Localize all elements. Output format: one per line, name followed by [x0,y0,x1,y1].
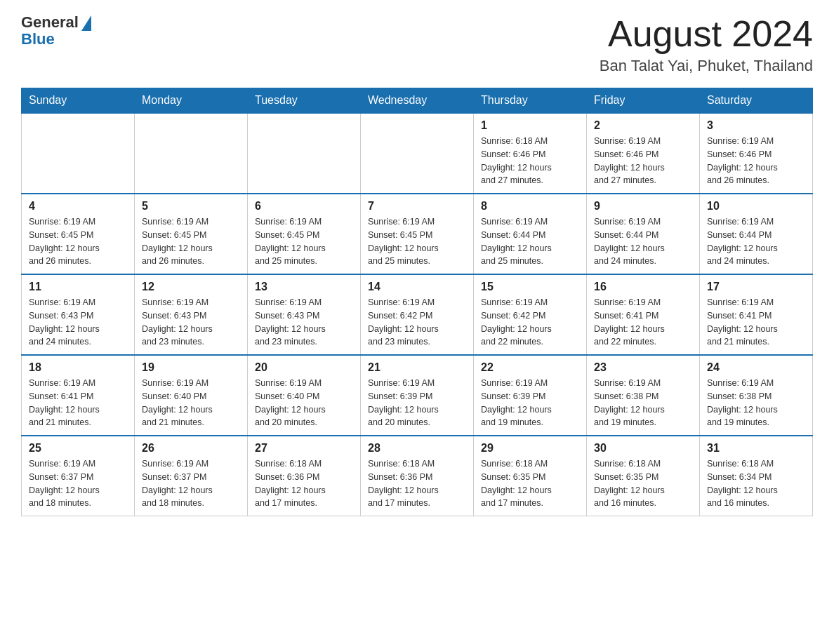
day-info: Sunrise: 6:18 AMSunset: 6:35 PMDaylight:… [594,457,692,510]
day-info: Sunrise: 6:19 AMSunset: 6:40 PMDaylight:… [255,377,353,429]
day-info: Sunrise: 6:18 AMSunset: 6:34 PMDaylight:… [707,457,805,510]
day-info: Sunrise: 6:18 AMSunset: 6:36 PMDaylight:… [368,457,466,510]
calendar-cell: 14Sunrise: 6:19 AMSunset: 6:42 PMDayligh… [361,274,474,355]
day-number: 14 [368,281,466,293]
day-info: Sunrise: 6:19 AMSunset: 6:41 PMDaylight:… [594,296,692,349]
day-number: 30 [594,442,692,455]
day-info: Sunrise: 6:19 AMSunset: 6:37 PMDaylight:… [29,457,127,510]
calendar-cell: 11Sunrise: 6:19 AMSunset: 6:43 PMDayligh… [22,274,135,355]
day-info: Sunrise: 6:19 AMSunset: 6:44 PMDaylight:… [707,215,805,268]
day-number: 11 [29,281,127,293]
day-info: Sunrise: 6:19 AMSunset: 6:42 PMDaylight:… [368,296,466,349]
day-info: Sunrise: 6:19 AMSunset: 6:39 PMDaylight:… [368,377,466,429]
day-info: Sunrise: 6:19 AMSunset: 6:43 PMDaylight:… [255,296,353,349]
day-info: Sunrise: 6:19 AMSunset: 6:45 PMDaylight:… [142,215,240,268]
calendar-cell: 16Sunrise: 6:19 AMSunset: 6:41 PMDayligh… [587,274,700,355]
day-number: 29 [481,442,579,455]
calendar-cell: 15Sunrise: 6:19 AMSunset: 6:42 PMDayligh… [474,274,587,355]
day-number: 25 [29,442,127,455]
calendar-cell: 19Sunrise: 6:19 AMSunset: 6:40 PMDayligh… [135,355,248,436]
calendar-cell [135,113,248,194]
column-header-wednesday: Wednesday [361,88,474,114]
calendar-cell: 17Sunrise: 6:19 AMSunset: 6:41 PMDayligh… [700,274,813,355]
day-info: Sunrise: 6:19 AMSunset: 6:37 PMDaylight:… [142,457,240,510]
day-number: 23 [594,361,692,374]
week-row-5: 25Sunrise: 6:19 AMSunset: 6:37 PMDayligh… [22,436,813,516]
day-info: Sunrise: 6:19 AMSunset: 6:46 PMDaylight:… [594,135,692,187]
day-number: 19 [142,361,240,374]
column-header-thursday: Thursday [474,88,587,114]
calendar-cell: 5Sunrise: 6:19 AMSunset: 6:45 PMDaylight… [135,194,248,274]
day-info: Sunrise: 6:19 AMSunset: 6:45 PMDaylight:… [255,215,353,268]
day-number: 1 [481,119,579,132]
calendar-cell: 27Sunrise: 6:18 AMSunset: 6:36 PMDayligh… [248,436,361,516]
day-number: 5 [142,200,240,213]
day-info: Sunrise: 6:19 AMSunset: 6:41 PMDaylight:… [707,296,805,349]
day-number: 15 [481,281,579,293]
day-info: Sunrise: 6:19 AMSunset: 6:41 PMDaylight:… [29,377,127,429]
calendar-cell: 23Sunrise: 6:19 AMSunset: 6:38 PMDayligh… [587,355,700,436]
column-header-saturday: Saturday [700,88,813,114]
calendar-cell: 7Sunrise: 6:19 AMSunset: 6:45 PMDaylight… [361,194,474,274]
day-number: 21 [368,361,466,374]
title-area: August 2024 Ban Talat Yai, Phuket, Thail… [600,14,813,75]
week-row-4: 18Sunrise: 6:19 AMSunset: 6:41 PMDayligh… [22,355,813,436]
location-title: Ban Talat Yai, Phuket, Thailand [600,57,813,75]
calendar-table: SundayMondayTuesdayWednesdayThursdayFrid… [21,88,813,516]
day-number: 26 [142,442,240,455]
day-info: Sunrise: 6:19 AMSunset: 6:38 PMDaylight:… [594,377,692,429]
day-info: Sunrise: 6:19 AMSunset: 6:44 PMDaylight:… [594,215,692,268]
day-number: 9 [594,200,692,213]
calendar-cell: 8Sunrise: 6:19 AMSunset: 6:44 PMDaylight… [474,194,587,274]
day-number: 3 [707,119,805,132]
calendar-cell: 28Sunrise: 6:18 AMSunset: 6:36 PMDayligh… [361,436,474,516]
day-number: 16 [594,281,692,293]
calendar-cell: 31Sunrise: 6:18 AMSunset: 6:34 PMDayligh… [700,436,813,516]
calendar-cell: 2Sunrise: 6:19 AMSunset: 6:46 PMDaylight… [587,113,700,194]
day-info: Sunrise: 6:19 AMSunset: 6:38 PMDaylight:… [707,377,805,429]
day-info: Sunrise: 6:19 AMSunset: 6:43 PMDaylight:… [142,296,240,349]
day-number: 24 [707,361,805,374]
calendar-cell: 4Sunrise: 6:19 AMSunset: 6:45 PMDaylight… [22,194,135,274]
day-info: Sunrise: 6:19 AMSunset: 6:42 PMDaylight:… [481,296,579,349]
calendar-cell: 22Sunrise: 6:19 AMSunset: 6:39 PMDayligh… [474,355,587,436]
calendar-cell: 9Sunrise: 6:19 AMSunset: 6:44 PMDaylight… [587,194,700,274]
day-number: 10 [707,200,805,213]
calendar-cell [248,113,361,194]
month-title: August 2024 [600,14,813,54]
day-number: 20 [255,361,353,374]
calendar-cell: 30Sunrise: 6:18 AMSunset: 6:35 PMDayligh… [587,436,700,516]
calendar-cell: 24Sunrise: 6:19 AMSunset: 6:38 PMDayligh… [700,355,813,436]
day-info: Sunrise: 6:19 AMSunset: 6:39 PMDaylight:… [481,377,579,429]
day-number: 8 [481,200,579,213]
calendar-cell: 26Sunrise: 6:19 AMSunset: 6:37 PMDayligh… [135,436,248,516]
calendar-cell: 6Sunrise: 6:19 AMSunset: 6:45 PMDaylight… [248,194,361,274]
day-number: 18 [29,361,127,374]
logo-triangle-icon [81,15,91,31]
calendar-cell [361,113,474,194]
calendar-cell: 29Sunrise: 6:18 AMSunset: 6:35 PMDayligh… [474,436,587,516]
day-info: Sunrise: 6:19 AMSunset: 6:45 PMDaylight:… [29,215,127,268]
calendar-cell: 10Sunrise: 6:19 AMSunset: 6:44 PMDayligh… [700,194,813,274]
calendar-cell: 21Sunrise: 6:19 AMSunset: 6:39 PMDayligh… [361,355,474,436]
column-header-monday: Monday [135,88,248,114]
day-number: 22 [481,361,579,374]
day-number: 4 [29,200,127,213]
day-info: Sunrise: 6:19 AMSunset: 6:40 PMDaylight:… [142,377,240,429]
logo-general: General [21,14,79,31]
day-info: Sunrise: 6:19 AMSunset: 6:46 PMDaylight:… [707,135,805,187]
page-header: General Blue August 2024 Ban Talat Yai, … [21,14,813,75]
day-info: Sunrise: 6:18 AMSunset: 6:36 PMDaylight:… [255,457,353,510]
calendar-cell: 1Sunrise: 6:18 AMSunset: 6:46 PMDaylight… [474,113,587,194]
week-row-2: 4Sunrise: 6:19 AMSunset: 6:45 PMDaylight… [22,194,813,274]
day-info: Sunrise: 6:19 AMSunset: 6:45 PMDaylight:… [368,215,466,268]
calendar-cell: 3Sunrise: 6:19 AMSunset: 6:46 PMDaylight… [700,113,813,194]
column-header-friday: Friday [587,88,700,114]
day-number: 7 [368,200,466,213]
day-number: 13 [255,281,353,293]
logo-blue: Blue [21,31,55,48]
calendar-cell: 18Sunrise: 6:19 AMSunset: 6:41 PMDayligh… [22,355,135,436]
day-number: 27 [255,442,353,455]
day-info: Sunrise: 6:18 AMSunset: 6:35 PMDaylight:… [481,457,579,510]
day-number: 6 [255,200,353,213]
